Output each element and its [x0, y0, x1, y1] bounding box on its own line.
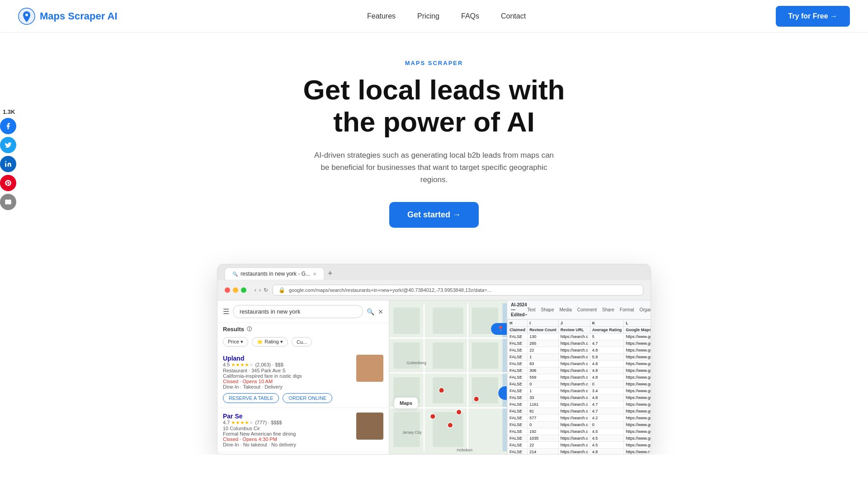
listing-thumbnail [356, 355, 383, 382]
listing-thumbnail [356, 413, 383, 440]
listing-desc: Formal New American fine dining [223, 431, 352, 436]
social-facebook-button[interactable] [0, 118, 16, 134]
order-online-button[interactable]: ORDER ONLINE [283, 393, 332, 403]
table-cell: FALSE [508, 415, 528, 422]
table-cell: https://search.c [558, 415, 590, 422]
url-text: google.com/maps/search/restaurants+in+ne… [289, 287, 491, 293]
table-cell: 4.8 [590, 374, 624, 381]
listing-actions: RESERVE A TABLE ORDER ONLINE [223, 393, 383, 403]
refresh-button[interactable]: ↻ [264, 287, 268, 293]
filter-price[interactable]: Price ▾ [223, 337, 248, 347]
table-cell: FALSE [508, 422, 528, 428]
table-cell: https://www.google.c [624, 361, 651, 367]
social-twitter-button[interactable] [0, 137, 16, 153]
ss-toolbar-format[interactable]: Format [620, 307, 634, 312]
table-cell: 4.2 [590, 415, 624, 422]
svg-rect-20 [394, 412, 420, 447]
spreadsheet-overlay: AI-2024 — Edited– Text Shape Media Comme… [507, 300, 651, 454]
logo-icon [18, 8, 35, 25]
ss-toolbar-shape[interactable]: Shape [541, 307, 554, 312]
col-header-h: H [508, 320, 528, 327]
ss-toolbar-organize[interactable]: Organize [639, 307, 651, 312]
table-cell: https://search.c [558, 361, 590, 367]
table-cell: https://www.google.c [624, 354, 651, 361]
maps-close-icon[interactable]: ✕ [378, 308, 383, 315]
table-cell: 192 [528, 428, 559, 435]
table-cell: 0 [590, 422, 624, 428]
try-free-button[interactable]: Try for Free → [776, 6, 850, 27]
maximize-dot[interactable] [241, 287, 246, 293]
table-cell: FALSE [508, 381, 528, 388]
reserve-table-button[interactable]: RESERVE A TABLE [223, 393, 279, 403]
table-cell: FALSE [508, 428, 528, 435]
listing-status: Closed · Opens 10 AM [223, 379, 352, 384]
svg-rect-18 [433, 377, 463, 404]
table-cell: https://search.c [558, 428, 590, 435]
social-linkedin-button[interactable] [0, 156, 16, 172]
traffic-lights [225, 287, 246, 293]
table-cell: https://www.google.c [624, 374, 651, 381]
svg-text:Hoboken: Hoboken [457, 448, 472, 452]
table-row: FALSE1https://search.c3.4https://www.goo… [508, 388, 651, 394]
social-pinterest-button[interactable] [0, 175, 16, 191]
nav-links: Features Pricing FAQs Contact [367, 12, 526, 20]
table-row: FALSE0https://search.c0https://www.googl… [508, 381, 651, 388]
nav-pricing[interactable]: Pricing [417, 12, 439, 20]
maps-search-icon[interactable]: 🔍 [367, 308, 374, 315]
back-button[interactable]: ‹ [255, 287, 256, 293]
filter-rating[interactable]: ⭐ Rating ▾ [252, 337, 288, 347]
close-dot[interactable] [225, 287, 230, 293]
table-cell: 33 [528, 394, 559, 401]
table-row: FALSE1161https://search.c4.7https://www.… [508, 401, 651, 408]
nav-contact[interactable]: Contact [501, 12, 526, 20]
minimize-dot[interactable] [233, 287, 238, 293]
get-started-button[interactable]: Get started → [389, 202, 479, 228]
table-cell: https://search.c [558, 442, 590, 449]
brand-logo[interactable]: Maps Scraper AI [18, 8, 118, 25]
listing-name[interactable]: Par Se [223, 413, 352, 420]
table-cell: https://search.c [558, 374, 590, 381]
svg-point-30 [430, 414, 436, 419]
address-bar[interactable]: 🔒 google.com/maps/search/restaurants+in+… [273, 285, 643, 296]
tab-close-icon[interactable]: ✕ [313, 272, 316, 277]
filter-cu[interactable]: Cu... [292, 337, 312, 347]
spreadsheet-header-bar: AI-2024 — Edited– Text Shape Media Comme… [507, 300, 651, 319]
listing-item: Upland 4.5 ★★★★★ (2,063) · $$$ Restauran… [217, 350, 389, 408]
table-cell: https://www.google.c [624, 442, 651, 449]
table-row: FALSE1035https://search.c4.5https://www.… [508, 435, 651, 442]
svg-rect-11 [394, 308, 420, 334]
results-label: Results [223, 326, 244, 333]
maps-search-input[interactable] [233, 305, 363, 318]
ss-toolbar-media[interactable]: Media [560, 307, 572, 312]
col-header-l: L [624, 320, 651, 327]
table-cell: https://search.c [558, 340, 590, 347]
browser-mockup: 🔍 restaurants in new york - G... ✕ + ‹ ›… [217, 264, 651, 455]
table-cell: https://search.c [558, 408, 590, 415]
table-cell: https://search.c [558, 401, 590, 408]
svg-text:Jersey City: Jersey City [402, 430, 422, 435]
table-cell: 3.4 [590, 388, 624, 394]
nav-faqs[interactable]: FAQs [461, 12, 479, 20]
table-cell: https://www.google.c [624, 388, 651, 394]
social-email-button[interactable] [0, 194, 16, 210]
table-cell: 4.8 [590, 394, 624, 401]
ss-toolbar-text[interactable]: Text [527, 307, 535, 312]
browser-tab[interactable]: 🔍 restaurants in new york - G... ✕ [225, 267, 324, 280]
table-cell: https://www.google.c [624, 435, 651, 442]
table-cell: https://www.google.c [624, 394, 651, 401]
listing-rating: 4.7 ★★★★★ (777) · $$$$ [223, 420, 352, 426]
table-cell: FALSE [508, 340, 528, 347]
mockup-wrapper: 🔍 restaurants in new york - G... ✕ + ‹ ›… [0, 246, 868, 455]
listing-meta: 10 Columbus Cir [223, 426, 352, 431]
new-tab-button[interactable]: + [326, 267, 335, 280]
nav-features[interactable]: Features [367, 12, 396, 20]
hero-subtitle: AI-driven strategies such as generating … [312, 149, 556, 186]
ss-toolbar-share[interactable]: Share [602, 307, 614, 312]
listing-name[interactable]: Upland [223, 355, 352, 362]
maps-tab-badge[interactable]: Maps [394, 397, 418, 409]
table-cell: https://search.c [558, 394, 590, 401]
table-cell: 4.8 [590, 361, 624, 367]
forward-button[interactable]: › [259, 287, 261, 293]
ss-toolbar-comment[interactable]: Comment [577, 307, 597, 312]
maps-menu-icon[interactable]: ☰ [223, 307, 229, 316]
